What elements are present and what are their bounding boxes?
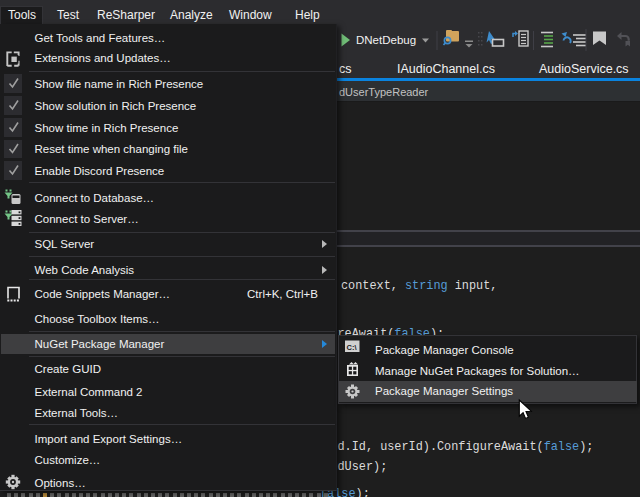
svg-text:C:\: C:\ [347,343,358,352]
